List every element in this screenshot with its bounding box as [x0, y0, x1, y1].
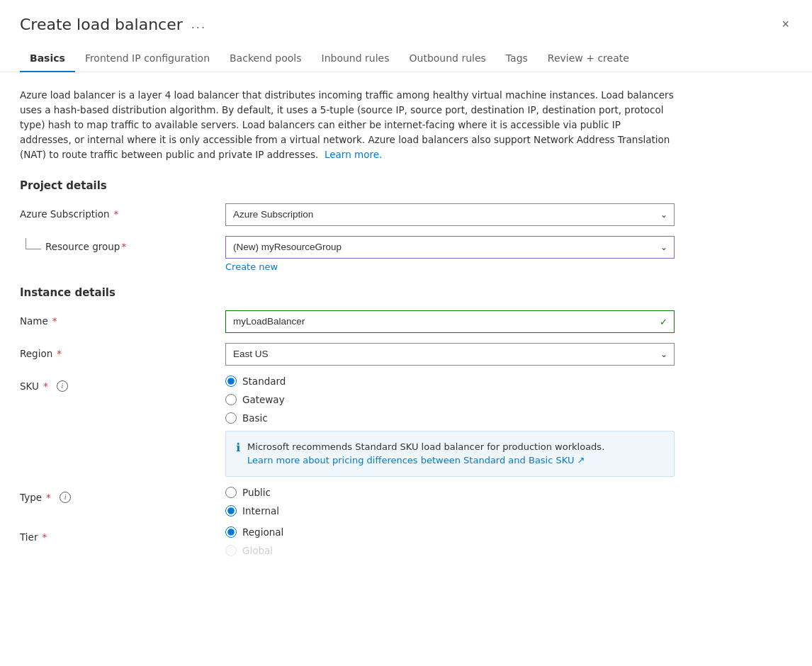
sku-control: Standard Gateway Basic ℹ — [225, 376, 675, 477]
type-public-label: Public — [242, 487, 271, 498]
sku-basic-radio[interactable] — [225, 412, 237, 424]
subscription-group: Azure Subscription * Azure Subscription … — [20, 203, 675, 226]
subscription-select[interactable]: Azure Subscription — [225, 203, 675, 226]
tab-review-create[interactable]: Review + create — [538, 47, 639, 72]
name-select[interactable]: myLoadBalancer — [225, 310, 675, 333]
tab-tags[interactable]: Tags — [496, 47, 538, 72]
sku-gateway-radio[interactable] — [225, 394, 237, 405]
sku-standard-label: Standard — [242, 376, 286, 387]
sku-basic-option[interactable]: Basic — [225, 412, 675, 424]
sku-standard-option[interactable]: Standard — [225, 376, 675, 387]
region-control: East US West US East US 2 West Europe ⌄ — [225, 343, 675, 366]
tier-regional-option[interactable]: Regional — [225, 526, 675, 538]
subscription-required: * — [114, 208, 119, 220]
region-select[interactable]: East US West US East US 2 West Europe — [225, 343, 675, 366]
indent-connector — [26, 238, 41, 249]
name-group: Name * myLoadBalancer ✓ — [20, 310, 675, 333]
learn-more-link[interactable]: Learn more. — [325, 149, 382, 160]
type-required: * — [46, 492, 51, 503]
tab-inbound-rules[interactable]: Inbound rules — [312, 47, 400, 72]
sku-basic-label: Basic — [242, 412, 268, 424]
project-details-title: Project details — [20, 179, 675, 192]
sku-gateway-option[interactable]: Gateway — [225, 394, 675, 405]
tier-global-option[interactable]: Global — [225, 545, 675, 556]
type-public-option[interactable]: Public — [225, 487, 675, 498]
instance-details-section: Instance details Name * myLoadBalancer ✓… — [20, 286, 675, 556]
sku-info-box: ℹ Microsoft recommends Standard SKU load… — [225, 431, 675, 477]
tier-radio-group: Regional Global — [225, 526, 675, 556]
description-text: Azure load balancer is a layer 4 load ba… — [20, 88, 675, 162]
resource-group-select-wrapper: (New) myResourceGroup ⌄ — [225, 236, 675, 259]
info-box-content: Microsoft recommends Standard SKU load b… — [247, 440, 604, 468]
type-internal-label: Internal — [242, 505, 279, 517]
tab-backend-pools[interactable]: Backend pools — [220, 47, 312, 72]
resource-group-label: Resource group * — [45, 241, 126, 252]
type-internal-option[interactable]: Internal — [225, 505, 675, 517]
resource-group-required: * — [121, 241, 126, 252]
tier-label: Tier * — [20, 526, 225, 543]
title-ellipsis: ... — [191, 18, 206, 31]
subscription-control: Azure Subscription ⌄ — [225, 203, 675, 226]
dialog-header: Create load balancer ... × — [0, 0, 812, 35]
type-info-icon[interactable]: i — [60, 492, 71, 503]
info-box-icon: ℹ — [236, 441, 240, 454]
tabs-bar: Basics Frontend IP configuration Backend… — [0, 35, 812, 72]
sku-radio-group: Standard Gateway Basic — [225, 376, 675, 424]
close-button[interactable]: × — [779, 14, 792, 35]
tier-control: Regional Global — [225, 526, 675, 556]
project-details-section: Project details Azure Subscription * Azu… — [20, 179, 675, 272]
tab-basics[interactable]: Basics — [20, 47, 75, 72]
create-new-link[interactable]: Create new — [225, 261, 278, 272]
tier-regional-radio[interactable] — [225, 526, 237, 538]
name-required: * — [52, 315, 57, 327]
tier-required: * — [42, 531, 47, 543]
resource-group-indent: Resource group * — [20, 236, 225, 252]
tier-group: Tier * Regional Global — [20, 526, 675, 556]
resource-group-select[interactable]: (New) myResourceGroup — [225, 236, 675, 259]
main-content: Azure load balancer is a layer 4 load ba… — [0, 72, 694, 590]
region-required: * — [57, 348, 62, 359]
region-group: Region * East US West US East US 2 West … — [20, 343, 675, 366]
resource-group-control: (New) myResourceGroup ⌄ Create new — [225, 236, 675, 272]
subscription-label: Azure Subscription * — [20, 203, 225, 220]
tab-outbound-rules[interactable]: Outbound rules — [400, 47, 496, 72]
tab-frontend-ip[interactable]: Frontend IP configuration — [75, 47, 220, 72]
resource-group-group: Resource group * (New) myResourceGroup ⌄… — [20, 236, 675, 272]
subscription-select-wrapper: Azure Subscription ⌄ — [225, 203, 675, 226]
dialog-title: Create load balancer ... — [20, 16, 206, 33]
tier-global-radio — [225, 545, 237, 556]
sku-required: * — [43, 380, 48, 392]
title-text: Create load balancer — [20, 16, 183, 33]
sku-standard-radio[interactable] — [225, 376, 237, 387]
name-label: Name * — [20, 310, 225, 327]
region-select-wrapper: East US West US East US 2 West Europe ⌄ — [225, 343, 675, 366]
tier-global-label: Global — [242, 545, 273, 556]
type-public-radio[interactable] — [225, 487, 237, 498]
sku-group: SKU * i Standard Gateway — [20, 376, 675, 477]
type-internal-radio[interactable] — [225, 505, 237, 517]
type-radio-group: Public Internal — [225, 487, 675, 517]
region-label: Region * — [20, 343, 225, 359]
instance-details-title: Instance details — [20, 286, 675, 299]
name-control: myLoadBalancer ✓ — [225, 310, 675, 333]
sku-gateway-label: Gateway — [242, 394, 285, 405]
tier-regional-label: Regional — [242, 526, 283, 538]
type-control: Public Internal — [225, 487, 675, 517]
type-group: Type * i Public Internal — [20, 487, 675, 517]
sku-label: SKU * i — [20, 376, 225, 392]
create-load-balancer-dialog: Create load balancer ... × Basics Fronte… — [0, 0, 812, 666]
sku-info-icon[interactable]: i — [57, 380, 68, 392]
name-select-wrapper: myLoadBalancer ✓ — [225, 310, 675, 333]
type-label: Type * i — [20, 487, 225, 503]
sku-learn-more-link[interactable]: Learn more about pricing differences bet… — [247, 455, 585, 465]
